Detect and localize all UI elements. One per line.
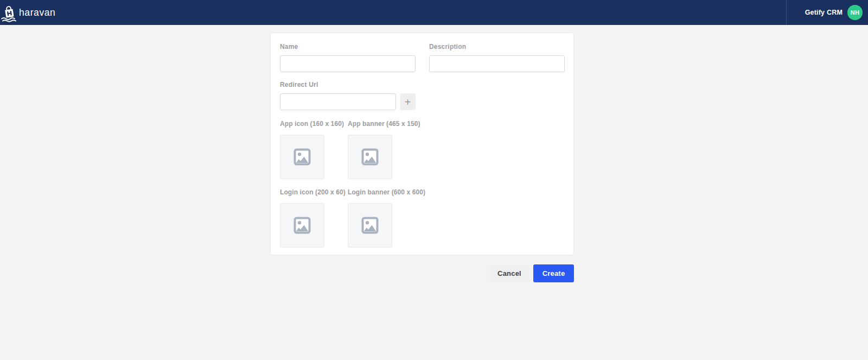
name-description-row: Name Description [280, 43, 564, 72]
app-banner-upload-tile: App banner (465 x 150) [348, 120, 416, 179]
account-name-label: Getify CRM [805, 9, 843, 16]
plus-icon: + [405, 97, 411, 108]
redirect-url-label: Redirect Url [280, 81, 564, 89]
app-banner-upload-box[interactable] [348, 135, 392, 179]
account-menu[interactable]: Getify CRM NH [786, 0, 868, 25]
avatar[interactable]: NH [847, 5, 863, 20]
top-header: haravan Getify CRM NH [0, 0, 868, 25]
description-input[interactable] [429, 55, 565, 72]
name-label: Name [280, 43, 416, 50]
app-icon-upload-tile: App icon (160 x 160) [280, 120, 348, 179]
login-banner-upload-tile: Login banner (600 x 600) [348, 188, 416, 248]
login-icon-upload-tile: Login icon (200 x 60) [280, 188, 348, 248]
page-root: { "header": { "brand": "haravan", "accou… [0, 0, 868, 360]
login-banner-label: Login banner (600 x 600) [348, 188, 416, 196]
create-app-form-card: Name Description Redirect Url + App icon… [270, 33, 574, 255]
name-input[interactable] [280, 55, 416, 72]
cancel-button[interactable]: Cancel [490, 264, 529, 282]
form-actions: Cancel Create [270, 264, 574, 282]
brand-logo-area[interactable]: haravan [0, 0, 55, 25]
description-field-group: Description [429, 43, 565, 72]
brand-name: haravan [19, 7, 55, 18]
uploads-grid: App icon (160 x 160) App banner (465 x 1… [280, 120, 564, 248]
avatar-initials: NH [851, 9, 860, 16]
login-icon-label: Login icon (200 x 60) [280, 188, 348, 196]
app-banner-label: App banner (465 x 150) [348, 120, 416, 128]
redirect-url-line: + [280, 93, 564, 110]
redirect-url-input[interactable] [280, 93, 396, 110]
app-icon-upload-box[interactable] [280, 135, 324, 179]
image-placeholder-icon [292, 216, 312, 235]
add-redirect-url-button[interactable]: + [400, 93, 416, 110]
image-placeholder-icon [360, 216, 380, 235]
image-placeholder-icon [360, 147, 380, 167]
name-field-group: Name [280, 43, 416, 72]
login-icon-upload-box[interactable] [280, 203, 324, 248]
login-banner-upload-box[interactable] [348, 203, 392, 248]
create-button[interactable]: Create [533, 264, 574, 282]
redirect-url-field-group: Redirect Url + [280, 81, 564, 110]
haravan-ship-bag-icon [1, 4, 18, 22]
image-placeholder-icon [292, 147, 312, 167]
app-icon-label: App icon (160 x 160) [280, 120, 348, 128]
description-label: Description [429, 43, 565, 50]
